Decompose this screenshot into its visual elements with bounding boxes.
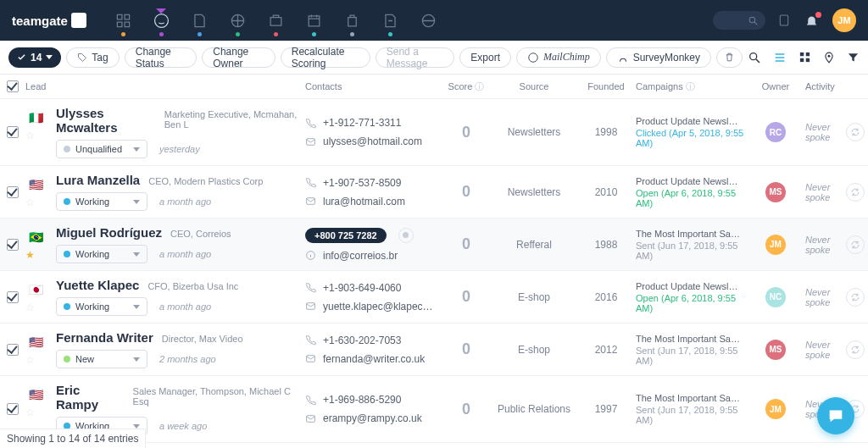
nav-module-8[interactable] (420, 13, 437, 29)
nav-module-2[interactable] (192, 13, 208, 29)
phone-number[interactable]: +1-907-537-8509 (323, 177, 401, 189)
nav-module-6[interactable] (344, 13, 360, 29)
notepad-icon[interactable] (777, 14, 791, 27)
col-owner[interactable]: Owner (746, 81, 805, 91)
chevron-down-icon (133, 200, 140, 204)
nav-module-5[interactable] (306, 13, 322, 29)
col-campaigns[interactable]: Campaigns ⓘ (636, 80, 746, 93)
status-select[interactable]: Unqualified (56, 140, 147, 158)
phone-number[interactable]: +1-912-771-3311 (323, 117, 401, 129)
owner-avatar[interactable]: JM (765, 235, 786, 255)
activity-refresh-button[interactable] (846, 288, 865, 307)
phone-number[interactable]: +1-903-649-4060 (323, 282, 401, 294)
send-message-button[interactable]: Send a Message (376, 47, 455, 68)
nav-module-4[interactable] (268, 13, 284, 29)
change-owner-button[interactable]: Change Owner (202, 47, 275, 68)
table-row[interactable]: 🇺🇸☆Fernanda WriterDirector, Max VideoNew… (0, 323, 868, 375)
row-checkbox[interactable] (7, 291, 19, 303)
star-icon[interactable]: ☆ (25, 407, 46, 417)
change-status-button[interactable]: Change Status (125, 47, 198, 68)
user-avatar[interactable]: JM (832, 8, 856, 32)
lead-name[interactable]: Yuette Klapec (56, 278, 139, 292)
map-view-button[interactable] (823, 51, 835, 64)
email-address[interactable]: lura@hotmail.com (323, 196, 405, 207)
star-icon[interactable]: ☆ (25, 196, 46, 207)
col-lead[interactable]: Lead (25, 81, 305, 91)
activity-refresh-button[interactable] (846, 183, 865, 202)
delete-button[interactable] (716, 47, 743, 68)
row-checkbox[interactable] (7, 186, 19, 198)
col-founded[interactable]: Founded (576, 81, 636, 91)
col-score[interactable]: Score ⓘ (441, 80, 492, 93)
notifications-button[interactable] (804, 14, 819, 28)
star-icon[interactable]: ☆ (25, 301, 46, 312)
surveymonkey-icon (617, 52, 629, 64)
col-activity[interactable]: Activity (805, 81, 865, 91)
lead-name[interactable]: Miguel Rodríguez (56, 225, 162, 240)
chevron-down-icon (133, 424, 140, 429)
surveymonkey-button[interactable]: SurveyMonkey (606, 47, 711, 68)
lead-name[interactable]: Ulysses Mcwalters (56, 106, 156, 135)
recalculate-scoring-button[interactable]: Recalculate Scoring (281, 47, 370, 68)
campaign-cell: Product Update NewsletterOpen (Apr 6, 20… (636, 281, 746, 313)
chat-launcher[interactable] (817, 397, 854, 434)
row-checkbox[interactable] (7, 403, 19, 415)
email-address[interactable]: erampy@rampy.co.uk (323, 412, 422, 424)
export-button[interactable]: Export (459, 47, 511, 68)
filter-button[interactable] (847, 51, 860, 64)
table-row[interactable]: 🇯🇵☆Yuette KlapecCFO, Bizerba Usa IncWork… (0, 270, 868, 323)
owner-avatar[interactable]: MS (765, 340, 786, 360)
chevron-down-icon (133, 147, 140, 152)
lead-name[interactable]: Eric Rampy (56, 383, 125, 412)
list-view-button[interactable] (773, 51, 787, 64)
star-icon[interactable]: ★ (25, 249, 46, 259)
email-address[interactable]: info@correios.br (323, 250, 398, 262)
mailchimp-button[interactable]: MailChimp (516, 47, 601, 68)
status-select[interactable]: Working (56, 297, 147, 316)
table-row[interactable]: 🇧🇷★Miguel RodríguezCEO, CorreiosWorkinga… (0, 218, 868, 270)
status-select[interactable]: Working (56, 192, 147, 211)
phone-number[interactable]: +1-969-886-5290 (323, 394, 401, 406)
lead-title: CEO, Modern Plastics Corp (148, 176, 263, 186)
svg-line-5 (756, 59, 760, 63)
col-contacts[interactable]: Contacts (305, 81, 441, 91)
row-checkbox[interactable] (7, 239, 19, 251)
mailchimp-icon (527, 52, 539, 64)
email-address[interactable]: yuette.klapec@klapec… (323, 301, 433, 312)
svg-rect-7 (806, 53, 810, 56)
star-icon[interactable]: ☆ (25, 354, 46, 364)
activity-refresh-button[interactable] (846, 123, 865, 141)
nav-module-1[interactable] (153, 13, 170, 29)
activity-refresh-button[interactable] (846, 340, 865, 359)
nav-module-0[interactable] (115, 13, 131, 29)
selection-count[interactable]: 14 (8, 47, 61, 68)
owner-avatar[interactable]: RC (765, 122, 786, 142)
email-address[interactable]: ulysses@hotmail.com (323, 136, 422, 147)
activity-refresh-button[interactable] (846, 235, 865, 254)
row-checkbox[interactable] (7, 344, 19, 356)
lead-name[interactable]: Lura Manzella (56, 173, 140, 187)
star-icon[interactable]: ☆ (25, 130, 46, 140)
phone-number[interactable]: +800 725 7282 (305, 228, 387, 243)
view-search-button[interactable] (748, 51, 761, 64)
owner-avatar[interactable]: MS (765, 182, 786, 202)
status-select[interactable]: New (56, 350, 147, 368)
global-search[interactable] (713, 11, 765, 30)
nav-module-7[interactable] (382, 13, 398, 29)
status-select[interactable]: Working (56, 245, 147, 263)
campaign-status: Open (Apr 6, 2018, 9:55 AM) (636, 188, 746, 208)
table-row[interactable]: 🇺🇸☆Lura ManzellaCEO, Modern Plastics Cor… (0, 165, 868, 218)
phone-number[interactable]: +1-630-202-7053 (323, 335, 401, 346)
col-source[interactable]: Source (492, 81, 576, 91)
row-checkbox[interactable] (7, 126, 19, 138)
tag-button[interactable]: Tag (66, 47, 119, 68)
nav-module-3[interactable] (230, 13, 246, 29)
owner-avatar[interactable]: JM (765, 399, 786, 419)
table-row[interactable]: 🇮🇹☆Ulysses McwaltersMarketing Executive,… (0, 98, 868, 165)
email-address[interactable]: fernanda@writer.co.uk (323, 353, 425, 365)
grid-view-button[interactable] (798, 51, 811, 64)
select-all-checkbox[interactable] (7, 80, 19, 92)
brand-logo[interactable]: teamgate (12, 13, 86, 28)
lead-name[interactable]: Fernanda Writer (56, 330, 153, 345)
owner-avatar[interactable]: NC (765, 287, 786, 307)
